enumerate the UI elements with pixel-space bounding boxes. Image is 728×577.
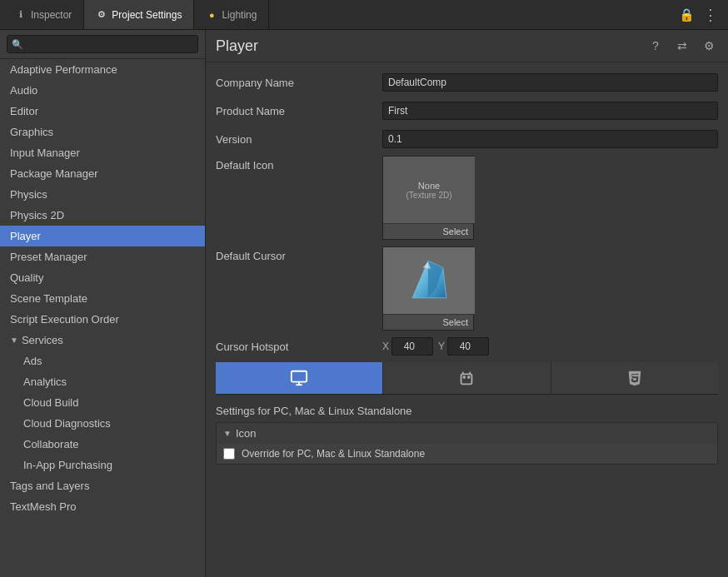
tab-bar: ℹ Inspector ⚙ Project Settings ● Lightin… bbox=[0, 0, 728, 30]
svg-line-10 bbox=[470, 372, 471, 375]
tab-right-icons: 🔒 ⋮ bbox=[679, 6, 725, 24]
icon-section: ▼ Icon Override for PC, Mac & Linux Stan… bbox=[216, 422, 718, 465]
svg-line-9 bbox=[463, 372, 464, 375]
tab-lighting[interactable]: ● Lighting bbox=[194, 0, 269, 29]
cursor-crystal-icon bbox=[402, 254, 456, 308]
sidebar-item-script-execution-order[interactable]: Script Execution Order bbox=[0, 309, 205, 330]
hotspot-x-label: X bbox=[382, 341, 389, 352]
sidebar-item-preset-manager[interactable]: Preset Manager bbox=[0, 246, 205, 267]
hotspot-fields: X Y bbox=[382, 337, 489, 356]
svg-point-12 bbox=[468, 376, 470, 378]
default-icon-picker: None (Texture 2D) Select bbox=[382, 156, 474, 240]
monitor-icon bbox=[290, 369, 308, 387]
product-name-label: Product Name bbox=[216, 105, 382, 117]
icon-section-header[interactable]: ▼ Icon bbox=[217, 423, 717, 444]
sidebar-item-cloud-build[interactable]: Cloud Build bbox=[0, 392, 205, 413]
sidebar-item-audio[interactable]: Audio bbox=[0, 80, 205, 101]
sidebar-item-graphics[interactable]: Graphics bbox=[0, 122, 205, 142]
tab-inspector[interactable]: ℹ Inspector bbox=[3, 0, 84, 29]
default-cursor-box: Select bbox=[382, 246, 474, 331]
sidebar-item-physics[interactable]: Physics bbox=[0, 184, 205, 205]
override-label: Override for PC, Mac & Linux Standalone bbox=[242, 448, 425, 460]
sidebar-item-player[interactable]: Player bbox=[0, 226, 205, 246]
sidebar-group-services[interactable]: ▼ Services bbox=[0, 330, 205, 351]
sidebar: 🔍 Adaptive Performance Audio Editor Grap… bbox=[0, 30, 206, 577]
hotspot-x-input[interactable] bbox=[391, 337, 433, 356]
tab-project-settings-label: Project Settings bbox=[112, 9, 182, 21]
tab-project-settings[interactable]: ⚙ Project Settings bbox=[84, 0, 194, 29]
sidebar-item-editor[interactable]: Editor bbox=[0, 101, 205, 122]
icon-section-label: Icon bbox=[236, 427, 257, 440]
platform-tab-html5[interactable] bbox=[551, 362, 718, 394]
sidebar-item-ads[interactable]: Ads bbox=[0, 351, 205, 371]
sidebar-item-package-manager[interactable]: Package Manager bbox=[0, 163, 205, 184]
help-button[interactable]: ? bbox=[646, 37, 665, 55]
sidebar-search-area: 🔍 bbox=[0, 30, 205, 59]
default-icon-preview: None (Texture 2D) bbox=[383, 157, 475, 223]
settings-button[interactable]: ⚙ bbox=[700, 37, 718, 55]
page-title: Player bbox=[216, 37, 646, 55]
default-cursor-picker: Select bbox=[382, 246, 474, 331]
sidebar-item-cloud-diagnostics[interactable]: Cloud Diagnostics bbox=[0, 413, 205, 434]
default-icon-select-button[interactable]: Select bbox=[383, 223, 473, 239]
content-header: Player ? ⇄ ⚙ bbox=[206, 30, 728, 62]
tab-inspector-label: Inspector bbox=[31, 9, 72, 21]
product-name-input[interactable] bbox=[382, 102, 718, 120]
version-row: Version bbox=[216, 127, 718, 151]
tab-lighting-label: Lighting bbox=[222, 9, 257, 21]
sidebar-item-physics-2d[interactable]: Physics 2D bbox=[0, 205, 205, 226]
lock-icon[interactable]: 🔒 bbox=[679, 7, 695, 22]
hotspot-y-coord: Y bbox=[438, 337, 489, 356]
default-icon-label: Default Icon bbox=[216, 156, 382, 172]
version-label: Version bbox=[216, 133, 382, 146]
header-icons: ? ⇄ ⚙ bbox=[646, 37, 718, 55]
more-icon[interactable]: ⋮ bbox=[703, 6, 718, 24]
default-icon-area: Default Icon None (Texture 2D) Select bbox=[216, 156, 718, 240]
main-layout: 🔍 Adaptive Performance Audio Editor Grap… bbox=[0, 30, 728, 577]
sidebar-item-in-app-purchasing[interactable]: In-App Purchasing bbox=[0, 455, 205, 475]
sidebar-item-adaptive-performance[interactable]: Adaptive Performance bbox=[0, 59, 205, 80]
chevron-down-icon: ▼ bbox=[10, 336, 18, 345]
product-name-row: Product Name bbox=[216, 99, 718, 122]
svg-rect-8 bbox=[461, 374, 472, 384]
sidebar-item-textmesh-pro[interactable]: TextMesh Pro bbox=[0, 496, 205, 517]
platform-tab-android[interactable] bbox=[383, 362, 551, 394]
sidebar-item-collaborate[interactable]: Collaborate bbox=[0, 434, 205, 455]
content-scroll[interactable]: Company Name Product Name Version Defaul… bbox=[206, 62, 728, 577]
html5-icon bbox=[626, 369, 644, 387]
sidebar-item-analytics[interactable]: Analytics bbox=[0, 371, 205, 392]
chevron-down-icon-2: ▼ bbox=[223, 429, 232, 438]
default-icon-box: None (Texture 2D) Select bbox=[382, 156, 474, 240]
light-icon: ● bbox=[206, 9, 217, 21]
sidebar-item-input-manager[interactable]: Input Manager bbox=[0, 142, 205, 163]
search-input[interactable] bbox=[7, 35, 198, 53]
svg-point-11 bbox=[464, 376, 466, 378]
hotspot-y-input[interactable] bbox=[447, 337, 489, 356]
platform-tabs bbox=[216, 362, 718, 395]
version-input[interactable] bbox=[382, 130, 718, 148]
content-area: Player ? ⇄ ⚙ Company Name Product Name V… bbox=[206, 30, 728, 577]
layout-button[interactable]: ⇄ bbox=[673, 37, 691, 55]
default-cursor-select-button[interactable]: Select bbox=[383, 314, 473, 330]
default-cursor-preview bbox=[383, 247, 475, 314]
sidebar-item-scene-template[interactable]: Scene Template bbox=[0, 288, 205, 309]
platform-tab-pc[interactable] bbox=[216, 362, 383, 394]
settings-for-label: Settings for PC, Mac & Linux Standalone bbox=[216, 401, 718, 422]
override-checkbox[interactable] bbox=[223, 448, 235, 460]
cursor-hotspot-row: Cursor Hotspot X Y bbox=[216, 337, 718, 356]
hotspot-y-label: Y bbox=[438, 341, 445, 352]
default-cursor-label: Default Cursor bbox=[216, 246, 382, 262]
search-icon: 🔍 bbox=[12, 39, 23, 50]
hotspot-x-coord: X bbox=[382, 337, 433, 356]
sidebar-item-quality[interactable]: Quality bbox=[0, 267, 205, 288]
company-name-input[interactable] bbox=[382, 73, 718, 92]
sidebar-item-tags-and-layers[interactable]: Tags and Layers bbox=[0, 475, 205, 496]
gear-icon: ⚙ bbox=[96, 9, 107, 21]
sidebar-list: Adaptive Performance Audio Editor Graphi… bbox=[0, 59, 205, 577]
company-name-label: Company Name bbox=[216, 77, 382, 89]
android-icon bbox=[457, 369, 476, 387]
svg-rect-5 bbox=[292, 371, 307, 382]
company-name-row: Company Name bbox=[216, 71, 718, 94]
default-cursor-area: Default Cursor bbox=[216, 246, 718, 331]
cursor-hotspot-label: Cursor Hotspot bbox=[216, 341, 382, 353]
